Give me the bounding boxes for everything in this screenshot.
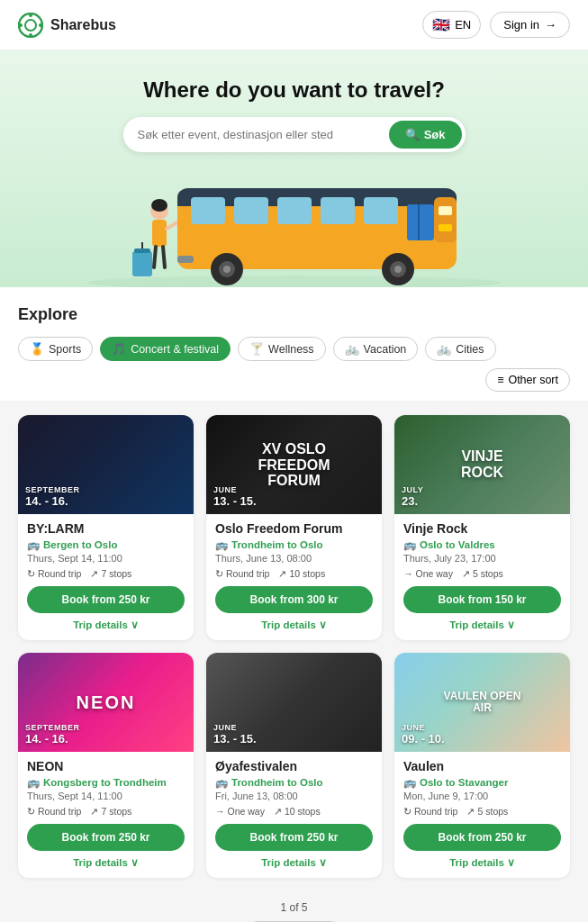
card-vinje-img-text: VINJE ROCK xyxy=(439,448,527,480)
svg-rect-23 xyxy=(364,197,398,224)
card-neon-img-text: NEON xyxy=(77,692,136,712)
card-oslo-book-button[interactable]: Book from 300 kr xyxy=(215,586,373,613)
card-oslo-trip-details[interactable]: Trip details ∨ xyxy=(215,619,373,631)
filter-concert[interactable]: 🎵 Concert & festival xyxy=(100,337,231,361)
card-bylarm-book-button[interactable]: Book from 250 kr xyxy=(27,586,185,613)
card-vaulen-meta: ↻ Round trip ↗ 5 stops xyxy=(403,806,561,817)
card-neon-book-button[interactable]: Book from 250 kr xyxy=(27,824,185,851)
hero-title: Where do you want to travel? xyxy=(18,77,570,103)
search-button[interactable]: 🔍 Søk xyxy=(389,121,462,149)
card-bylarm-date: SEPTEMBER 14. - 16. xyxy=(25,485,80,509)
card-vinje: VINJE ROCK JULY 23. Vinje Rock 🚌 Oslo to… xyxy=(394,415,570,640)
bus-icon: 🚌 xyxy=(27,538,40,551)
cards-grid: SEPTEMBER 14. - 16. BY:LARM 🚌 Bergen to … xyxy=(0,401,588,892)
card-bylarm-route: 🚌 Bergen to Oslo xyxy=(27,538,185,551)
refresh-icon: ↻ xyxy=(27,806,35,817)
card-oslo-title: Oslo Freedom Forum xyxy=(215,521,373,536)
svg-rect-25 xyxy=(418,204,420,240)
svg-point-5 xyxy=(39,23,42,27)
card-neon-body: NEON 🚌 Kongsberg to Trondheim Thurs, Sep… xyxy=(18,752,194,878)
cities-icon: 🚲 xyxy=(437,342,451,356)
sports-icon: 🏅 xyxy=(30,342,44,356)
card-neon-stops: ↗ 7 stops xyxy=(90,806,131,817)
card-bylarm: SEPTEMBER 14. - 16. BY:LARM 🚌 Bergen to … xyxy=(18,415,194,640)
chevron-down-icon: ∨ xyxy=(319,619,327,631)
card-vaulen-trip-details[interactable]: Trip details ∨ xyxy=(403,856,561,869)
filter-row: 🏅 Sports 🎵 Concert & festival 🍸 Wellness… xyxy=(18,337,570,392)
card-neon-date: SEPTEMBER 14. - 16. xyxy=(25,723,80,746)
card-vinje-trip-details[interactable]: Trip details ∨ xyxy=(403,619,561,631)
card-vinje-route: 🚌 Oslo to Valdres xyxy=(403,538,561,551)
card-oslo-freedom: XV OSLO FREEDOM FORUM JUNE 13. - 15. Osl… xyxy=(206,415,382,640)
card-neon-route: 🚌 Kongsberg to Trondheim xyxy=(27,776,185,789)
card-neon-trip-details[interactable]: Trip details ∨ xyxy=(27,856,185,869)
card-oyafest-book-button[interactable]: Book from 250 kr xyxy=(215,824,373,851)
pagination: 1 of 5 Show more ∨ xyxy=(0,892,588,922)
wellness-icon: 🍸 xyxy=(249,342,264,356)
card-neon-triptype: ↻ Round trip xyxy=(27,806,81,817)
filter-vacation[interactable]: 🚲 Vacation xyxy=(333,337,419,361)
card-vinje-stops: ↗ 5 stops xyxy=(462,568,503,579)
card-neon-title: NEON xyxy=(27,759,185,773)
card-vaulen-book-button[interactable]: Book from 250 kr xyxy=(403,824,561,851)
svg-point-34 xyxy=(394,266,402,273)
svg-rect-11 xyxy=(152,220,167,247)
svg-rect-21 xyxy=(277,197,312,224)
svg-line-14 xyxy=(154,247,156,267)
card-neon-image: NEON SEPTEMBER 14. - 16. xyxy=(18,653,194,752)
card-bylarm-triptype: ↻ Round trip xyxy=(27,568,81,579)
card-bylarm-trip-details[interactable]: Trip details ∨ xyxy=(27,619,185,631)
card-bylarm-image: SEPTEMBER 14. - 16. xyxy=(18,415,194,514)
filter-sports[interactable]: 🏅 Sports xyxy=(18,337,93,361)
language-button[interactable]: 🇬🇧 EN xyxy=(422,11,481,39)
search-btn-label: Søk xyxy=(424,128,446,141)
svg-point-12 xyxy=(151,199,167,212)
stops-icon: ↗ xyxy=(274,806,282,817)
card-oyafest-trip-details[interactable]: Trip details ∨ xyxy=(215,856,373,869)
card-vinje-triptype: → One way xyxy=(403,568,453,579)
card-oslo-time: Thurs, June 13, 08:00 xyxy=(215,553,373,564)
bus-icon: 🚌 xyxy=(403,538,416,551)
explore-section: Explore 🏅 Sports 🎵 Concert & festival 🍸 … xyxy=(0,287,588,401)
card-oyafest: JUNE 13. - 15. Øyafestivalen 🚌 Trondheim… xyxy=(206,653,382,878)
card-vaulen-time: Mon, June 9, 17:00 xyxy=(403,791,561,801)
card-oyafest-time: Fri, June 13, 08:00 xyxy=(215,791,373,801)
card-oyafest-date: JUNE 13. - 15. xyxy=(213,723,257,746)
svg-rect-20 xyxy=(234,197,268,224)
card-oslo-img-text: XV OSLO FREEDOM FORUM xyxy=(250,441,339,489)
refresh-icon: ↻ xyxy=(403,806,412,817)
arrow-icon: → xyxy=(215,806,225,817)
svg-point-2 xyxy=(29,14,32,17)
card-vinje-time: Thurs, July 23, 17:00 xyxy=(403,553,561,564)
svg-rect-8 xyxy=(134,249,150,253)
card-vaulen-route: 🚌 Oslo to Stavanger xyxy=(403,776,561,789)
svg-point-4 xyxy=(19,23,23,27)
other-sort-button[interactable]: ≡ Other sort xyxy=(485,368,570,392)
card-oyafest-stops: ↗ 10 stops xyxy=(274,806,321,817)
stops-icon: ↗ xyxy=(90,806,98,817)
logo-text: Sharebus xyxy=(50,17,116,33)
card-oyafest-meta: → One way ↗ 10 stops xyxy=(215,806,373,817)
card-oslo-stops: ↗ 10 stops xyxy=(278,568,325,579)
search-input[interactable] xyxy=(138,128,389,141)
card-vaulen: VAULEN OPEN AIR JUNE 09. - 10. Vaulen 🚌 … xyxy=(394,653,570,878)
svg-point-1 xyxy=(25,20,36,31)
card-bylarm-body: BY:LARM 🚌 Bergen to Oslo Thurs, Sept 14,… xyxy=(18,514,194,640)
bus-icon: 🚌 xyxy=(215,538,228,551)
svg-rect-28 xyxy=(439,224,452,231)
filter-vacation-label: Vacation xyxy=(364,343,407,356)
svg-point-6 xyxy=(87,276,502,287)
signin-button[interactable]: Sign in → xyxy=(490,12,570,38)
filter-cities[interactable]: 🚲 Cities xyxy=(425,337,495,361)
vacation-icon: 🚲 xyxy=(345,342,359,356)
chevron-down-icon: ∨ xyxy=(131,619,139,631)
svg-line-15 xyxy=(163,247,165,267)
search-bar: 🔍 Søk xyxy=(123,117,466,152)
logo: Sharebus xyxy=(18,13,116,38)
filter-wellness[interactable]: 🍸 Wellness xyxy=(238,337,325,361)
card-vinje-book-button[interactable]: Book from 150 kr xyxy=(403,586,561,613)
filter-wellness-label: Wellness xyxy=(268,343,313,356)
stops-icon: ↗ xyxy=(90,568,98,579)
card-bylarm-time: Thurs, Sept 14, 11:00 xyxy=(27,553,185,564)
bus-icon: 🚌 xyxy=(27,776,40,789)
